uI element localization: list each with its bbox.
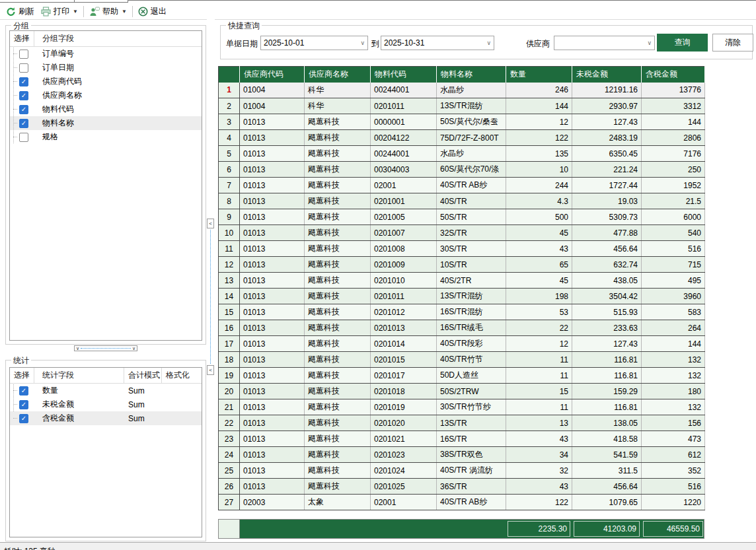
- cell-supplier-code[interactable]: 01013: [240, 273, 305, 289]
- checkbox[interactable]: [19, 386, 28, 395]
- cell-taxed-amount[interactable]: 2806: [642, 130, 705, 146]
- table-row[interactable]: 26 01013 飓蕙科技 0201025 36S/TR 43 456.64 5…: [219, 479, 705, 495]
- cell-taxed-amount[interactable]: 3960: [642, 289, 705, 304]
- checkbox[interactable]: [19, 133, 28, 142]
- cell-supplier-name[interactable]: 科华: [305, 98, 371, 114]
- cell-quantity[interactable]: 11: [506, 368, 572, 384]
- cell-taxed-amount[interactable]: 540: [642, 225, 705, 241]
- table-row[interactable]: 10 01013 飓蕙科技 0201007 32S/TR 45 477.88 5…: [219, 225, 705, 241]
- cell-quantity[interactable]: 122: [506, 495, 572, 510]
- clear-button[interactable]: 清除: [712, 34, 753, 52]
- cell-quantity[interactable]: 45: [506, 225, 572, 241]
- cell-quantity[interactable]: 22: [506, 320, 572, 336]
- cell-untaxed-amount[interactable]: 5309.73: [572, 209, 642, 225]
- horizontal-splitter[interactable]: ∨ ∨: [74, 345, 137, 351]
- cell-untaxed-amount[interactable]: 221.24: [572, 162, 642, 178]
- table-row[interactable]: 5 01013 飓蕙科技 00244001 水晶纱 135 6350.45 71…: [219, 146, 705, 162]
- cell-item-name[interactable]: 13S/TR: [437, 415, 506, 431]
- cell-item-code[interactable]: 00244001: [371, 83, 437, 98]
- checkbox[interactable]: [19, 119, 28, 128]
- cell-untaxed-amount[interactable]: 438.05: [572, 273, 642, 289]
- stats-field-row-selected[interactable]: 含税金额 Sum: [10, 411, 202, 425]
- cell-supplier-name[interactable]: 太象: [305, 495, 371, 510]
- cell-item-code[interactable]: 0201020: [371, 415, 437, 431]
- help-dropdown-caret-icon[interactable]: ▼: [122, 9, 127, 15]
- cell-untaxed-amount[interactable]: 127.43: [572, 336, 642, 352]
- cell-supplier-name[interactable]: 飓蕙科技: [305, 289, 371, 304]
- checkbox[interactable]: [19, 91, 28, 100]
- cell-item-name[interactable]: 40S/TR 涡流纺: [437, 463, 506, 479]
- cell-untaxed-amount[interactable]: 159.29: [572, 384, 642, 399]
- cell-quantity[interactable]: 4.3: [506, 193, 572, 209]
- date-to-combo[interactable]: 2025-10-31 ∨: [381, 36, 494, 50]
- table-row[interactable]: 6 01013 飓蕙科技 00304003 60S/莫代尔70/涤 10 221…: [219, 162, 705, 178]
- table-row[interactable]: 12 01013 飓蕙科技 0201009 10S/TR 65 632.74 7…: [219, 257, 705, 273]
- cell-quantity[interactable]: 34: [506, 447, 572, 463]
- table-row[interactable]: 25 01013 飓蕙科技 0201024 40S/TR 涡流纺 32 311.…: [219, 463, 705, 479]
- cell-supplier-code[interactable]: 01013: [240, 479, 305, 495]
- cell-untaxed-amount[interactable]: 6350.45: [572, 146, 642, 162]
- cell-supplier-name[interactable]: 飓蕙科技: [305, 178, 371, 193]
- col-item-name[interactable]: 物料名称: [437, 67, 506, 83]
- cell-supplier-code[interactable]: 01004: [240, 83, 305, 98]
- cell-taxed-amount[interactable]: 21.5: [642, 193, 705, 209]
- cell-item-name[interactable]: 13S/TR混纺: [437, 289, 506, 304]
- cell-untaxed-amount[interactable]: 1727.44: [572, 178, 642, 193]
- cell-quantity[interactable]: 43: [506, 241, 572, 257]
- cell-item-code[interactable]: 0201011: [371, 98, 437, 114]
- chevron-down-icon[interactable]: ∨: [486, 40, 491, 46]
- print-button[interactable]: 打印 ▼: [38, 5, 81, 18]
- table-row[interactable]: 20 01013 飓蕙科技 0201018 50S/2TRW 15 159.29…: [219, 384, 705, 399]
- cell-untaxed-amount[interactable]: 3504.42: [572, 289, 642, 304]
- help-button[interactable]: 帮助 ▼: [86, 5, 130, 18]
- cell-item-name[interactable]: 50S/2TRW: [437, 384, 506, 399]
- cell-item-code[interactable]: 0201025: [371, 479, 437, 495]
- cell-untaxed-amount[interactable]: 127.43: [572, 114, 642, 130]
- cell-item-name[interactable]: 16S/TR混纺: [437, 304, 506, 320]
- cell-item-code[interactable]: 0201005: [371, 209, 437, 225]
- cell-taxed-amount[interactable]: 132: [642, 352, 705, 368]
- cell-item-code[interactable]: 0201011: [371, 289, 437, 304]
- cell-quantity[interactable]: 45: [506, 273, 572, 289]
- cell-item-name[interactable]: 40S/TR AB纱: [437, 178, 506, 193]
- cell-supplier-name[interactable]: 飓蕙科技: [305, 368, 371, 384]
- group-field-row[interactable]: 订单日期: [10, 61, 202, 75]
- cell-supplier-code[interactable]: 01013: [240, 431, 305, 447]
- cell-taxed-amount[interactable]: 1220: [642, 495, 705, 510]
- cell-item-name[interactable]: 16S/TR绒毛: [437, 320, 506, 336]
- cell-untaxed-amount[interactable]: 541.59: [572, 447, 642, 463]
- cell-untaxed-amount[interactable]: 515.93: [572, 304, 642, 320]
- cell-supplier-name[interactable]: 飓蕙科技: [305, 415, 371, 431]
- cell-supplier-name[interactable]: 飓蕙科技: [305, 209, 371, 225]
- group-field-row[interactable]: 供应商代码: [10, 75, 202, 88]
- cell-taxed-amount[interactable]: 612: [642, 447, 705, 463]
- cell-item-name[interactable]: 50S/TR: [437, 209, 506, 225]
- cell-item-code[interactable]: 00204122: [371, 130, 437, 146]
- cell-item-code[interactable]: 02001: [371, 178, 437, 193]
- splitter-collapse-icon[interactable]: <: [207, 219, 214, 228]
- stats-field-row[interactable]: 数量 Sum: [10, 384, 202, 397]
- cell-supplier-name[interactable]: 飓蕙科技: [305, 384, 371, 399]
- cell-supplier-code[interactable]: 01013: [240, 193, 305, 209]
- cell-untaxed-amount[interactable]: 418.58: [572, 431, 642, 447]
- cell-taxed-amount[interactable]: 132: [642, 399, 705, 415]
- checkbox[interactable]: [19, 63, 28, 73]
- cell-quantity[interactable]: 11: [506, 352, 572, 368]
- cell-item-name[interactable]: 30S/TR: [437, 241, 506, 257]
- cell-quantity[interactable]: 244: [506, 178, 572, 193]
- table-row[interactable]: 22 01013 飓蕙科技 0201020 13S/TR 13 138.05 1…: [219, 415, 705, 431]
- checkbox[interactable]: [19, 105, 28, 114]
- cell-supplier-name[interactable]: 飓蕙科技: [305, 162, 371, 178]
- cell-item-code[interactable]: 0201018: [371, 384, 437, 399]
- cell-item-code[interactable]: 0201024: [371, 463, 437, 479]
- cell-supplier-name[interactable]: 飓蕙科技: [305, 336, 371, 352]
- cell-item-name[interactable]: 40S/TR: [437, 193, 506, 209]
- cell-supplier-name[interactable]: 飓蕙科技: [305, 114, 371, 130]
- table-row[interactable]: 8 01013 飓蕙科技 0201001 40S/TR 4.3 19.03 21…: [219, 193, 705, 209]
- cell-supplier-code[interactable]: 02003: [240, 495, 305, 510]
- cell-item-name[interactable]: 40S/TR段彩: [437, 336, 506, 352]
- cell-supplier-code[interactable]: 01013: [240, 146, 305, 162]
- table-row[interactable]: 24 01013 飓蕙科技 0201023 38S/TR双色 34 541.59…: [219, 447, 705, 463]
- cell-untaxed-amount[interactable]: 311.5: [572, 463, 642, 479]
- cell-item-code[interactable]: 00304003: [371, 162, 437, 178]
